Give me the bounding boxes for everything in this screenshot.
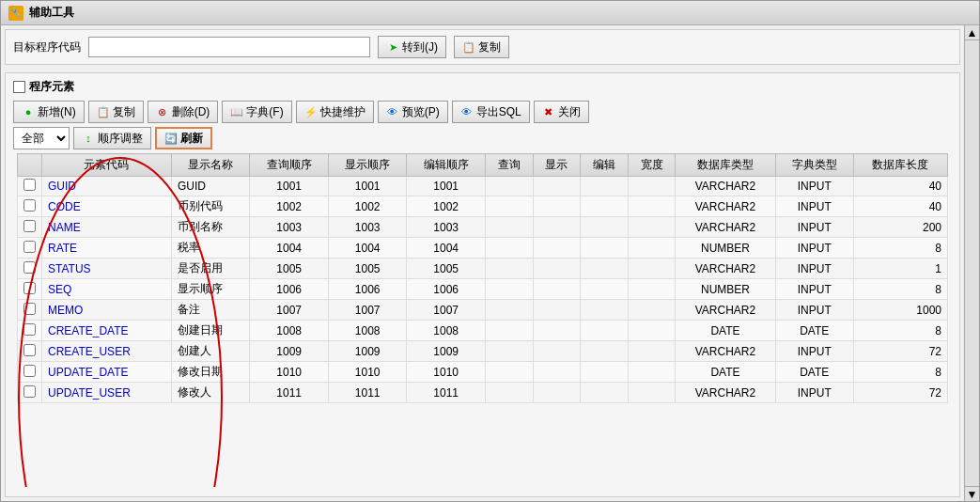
- code-cell[interactable]: SEQ: [42, 279, 172, 300]
- code-cell[interactable]: MEMO: [42, 300, 172, 321]
- new-button[interactable]: ● 新增(N): [13, 101, 85, 123]
- col-display-order: 显示顺序: [328, 154, 406, 177]
- data-cell: 1007: [250, 300, 328, 321]
- data-cell: [533, 321, 581, 341]
- table-row[interactable]: CREATE_USER创建人100910091009VARCHAR2INPUT7…: [18, 341, 948, 362]
- data-cell: [628, 217, 676, 238]
- code-cell[interactable]: CREATE_DATE: [42, 321, 172, 341]
- data-cell: VARCHAR2: [676, 177, 775, 196]
- scroll-track[interactable]: [965, 40, 979, 486]
- data-cell: 创建日期: [171, 321, 249, 341]
- data-cell: 1005: [328, 259, 406, 279]
- refresh-icon: 🔄: [164, 132, 178, 145]
- goto-button[interactable]: ➤ 转到(J): [378, 36, 446, 58]
- row-checkbox-input[interactable]: [23, 220, 36, 232]
- row-checkbox-input[interactable]: [23, 261, 36, 274]
- col-code: 元素代码: [42, 154, 172, 177]
- sort-button[interactable]: ↕ 顺序调整: [73, 127, 151, 149]
- data-cell: [533, 177, 581, 196]
- table-row[interactable]: UPDATE_USER修改人101110111011VARCHAR2INPUT7…: [18, 383, 948, 403]
- vertical-scrollbar[interactable]: ▲ ▼: [964, 25, 979, 501]
- data-cell: [581, 321, 629, 341]
- data-cell: 1011: [328, 383, 406, 403]
- row-checkbox: [18, 196, 42, 217]
- row-checkbox: [18, 259, 42, 279]
- delete-button[interactable]: ⊗ 删除(D): [148, 101, 219, 123]
- table-row[interactable]: CREATE_DATE创建日期100810081008DATEDATE8: [18, 321, 948, 341]
- dict-button[interactable]: 📖 字典(F): [222, 101, 291, 123]
- data-cell: 1001: [250, 177, 328, 196]
- data-cell: INPUT: [775, 300, 853, 321]
- data-cell: [581, 196, 629, 217]
- code-cell[interactable]: NAME: [42, 217, 172, 238]
- data-cell: [581, 238, 629, 259]
- data-cell: 币别名称: [171, 217, 249, 238]
- row-checkbox-input[interactable]: [23, 385, 36, 398]
- section-header: 程序元素: [13, 79, 952, 95]
- row-checkbox: [18, 300, 42, 321]
- table-body: GUIDGUID100110011001VARCHAR2INPUT40CODE币…: [18, 177, 948, 403]
- code-cell[interactable]: UPDATE_USER: [42, 383, 172, 403]
- data-cell: INPUT: [775, 217, 853, 238]
- data-cell: 1003: [250, 217, 328, 238]
- code-cell[interactable]: GUID: [42, 177, 172, 196]
- data-cell: 1001: [407, 177, 485, 196]
- row-checkbox: [18, 362, 42, 383]
- table-row[interactable]: RATE税率100410041004NUMBERINPUT8: [18, 238, 948, 259]
- row-checkbox-input[interactable]: [23, 241, 36, 253]
- table-row[interactable]: MEMO备注100710071007VARCHAR2INPUT1000: [18, 300, 948, 321]
- toolbar-row1: ● 新增(N) 📋 复制 ⊗ 删除(D) 📖 字典(F): [13, 101, 952, 123]
- data-cell: 修改日期: [171, 362, 249, 383]
- row-checkbox-input[interactable]: [23, 303, 36, 315]
- main-content: 目标程序代码 ➤ 转到(J) 📋 复制 程序元素: [1, 25, 964, 501]
- data-cell: [628, 300, 676, 321]
- row-checkbox-input[interactable]: [23, 323, 36, 336]
- row-checkbox-input[interactable]: [23, 179, 36, 191]
- copy-button[interactable]: 📋 复制: [88, 101, 144, 123]
- data-cell: 1006: [407, 279, 485, 300]
- copy-target-button[interactable]: 📋 复制: [454, 36, 509, 58]
- data-cell: [533, 362, 581, 383]
- row-checkbox-input[interactable]: [23, 199, 36, 212]
- data-cell: 8: [853, 321, 947, 341]
- row-checkbox: [18, 217, 42, 238]
- scroll-up-button[interactable]: ▲: [965, 25, 979, 40]
- code-cell[interactable]: CODE: [42, 196, 172, 217]
- preview-button[interactable]: 👁 预览(P): [378, 101, 448, 123]
- target-section: 目标程序代码 ➤ 转到(J) 📋 复制: [5, 29, 960, 65]
- table-row[interactable]: UPDATE_DATE修改日期101010101010DATEDATE8: [18, 362, 948, 383]
- data-cell: 1004: [407, 238, 485, 259]
- row-checkbox-input[interactable]: [23, 344, 36, 356]
- code-cell[interactable]: RATE: [42, 238, 172, 259]
- export-sql-button[interactable]: 👁 导出SQL: [452, 101, 530, 123]
- section-checkbox[interactable]: [13, 81, 25, 93]
- refresh-button[interactable]: 🔄 刷新: [155, 127, 212, 149]
- target-label: 目标程序代码: [13, 39, 81, 55]
- table-row[interactable]: SEQ显示顺序100610061006NUMBERINPUT8: [18, 279, 948, 300]
- data-cell: INPUT: [775, 238, 853, 259]
- target-input[interactable]: [88, 37, 370, 57]
- data-cell: 备注: [171, 300, 249, 321]
- data-cell: 1008: [250, 321, 328, 341]
- data-cell: [628, 321, 676, 341]
- row-checkbox-input[interactable]: [23, 282, 36, 294]
- table-row[interactable]: NAME币别名称100310031003VARCHAR2INPUT200: [18, 217, 948, 238]
- code-cell[interactable]: UPDATE_DATE: [42, 362, 172, 383]
- table-row[interactable]: GUIDGUID100110011001VARCHAR2INPUT40: [18, 177, 948, 196]
- scroll-down-button[interactable]: ▼: [965, 486, 979, 501]
- row-checkbox: [18, 238, 42, 259]
- table-row[interactable]: STATUS是否启用100510051005VARCHAR2INPUT1: [18, 259, 948, 279]
- data-cell: [581, 217, 629, 238]
- row-checkbox: [18, 341, 42, 362]
- data-cell: 1002: [407, 196, 485, 217]
- data-cell: 1004: [250, 238, 328, 259]
- data-cell: 1007: [407, 300, 485, 321]
- quick-button[interactable]: ⚡ 快捷维护: [296, 101, 374, 123]
- filter-select[interactable]: 全部: [13, 127, 70, 149]
- row-checkbox-input[interactable]: [23, 365, 36, 377]
- table-row[interactable]: CODE币别代码100210021002VARCHAR2INPUT40: [18, 196, 948, 217]
- code-cell[interactable]: STATUS: [42, 259, 172, 279]
- code-cell[interactable]: CREATE_USER: [42, 341, 172, 362]
- close-button[interactable]: ✖ 关闭: [534, 101, 589, 123]
- data-cell: 1: [853, 259, 947, 279]
